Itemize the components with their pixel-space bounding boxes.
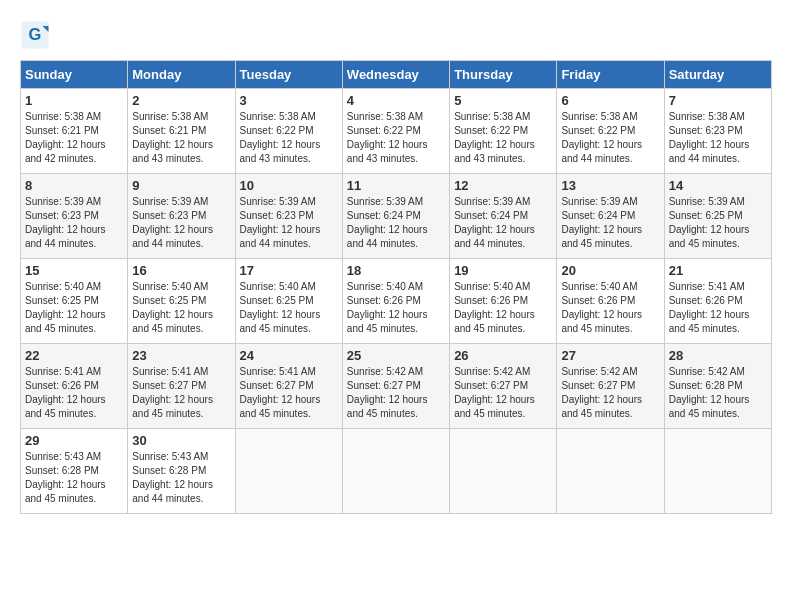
day-number: 19 xyxy=(454,263,552,278)
day-number: 10 xyxy=(240,178,338,193)
calendar-cell: 6Sunrise: 5:38 AMSunset: 6:22 PMDaylight… xyxy=(557,89,664,174)
day-info: Sunrise: 5:38 AMSunset: 6:22 PMDaylight:… xyxy=(561,110,659,166)
day-info: Sunrise: 5:39 AMSunset: 6:23 PMDaylight:… xyxy=(132,195,230,251)
calendar-cell: 30Sunrise: 5:43 AMSunset: 6:28 PMDayligh… xyxy=(128,429,235,514)
svg-text:G: G xyxy=(29,25,42,43)
calendar-cell: 26Sunrise: 5:42 AMSunset: 6:27 PMDayligh… xyxy=(450,344,557,429)
day-number: 17 xyxy=(240,263,338,278)
calendar-cell: 12Sunrise: 5:39 AMSunset: 6:24 PMDayligh… xyxy=(450,174,557,259)
calendar-table: SundayMondayTuesdayWednesdayThursdayFrid… xyxy=(20,60,772,514)
day-info: Sunrise: 5:38 AMSunset: 6:21 PMDaylight:… xyxy=(132,110,230,166)
day-info: Sunrise: 5:38 AMSunset: 6:22 PMDaylight:… xyxy=(347,110,445,166)
calendar-cell: 1Sunrise: 5:38 AMSunset: 6:21 PMDaylight… xyxy=(21,89,128,174)
calendar-cell: 22Sunrise: 5:41 AMSunset: 6:26 PMDayligh… xyxy=(21,344,128,429)
day-info: Sunrise: 5:39 AMSunset: 6:23 PMDaylight:… xyxy=(25,195,123,251)
calendar-cell: 15Sunrise: 5:40 AMSunset: 6:25 PMDayligh… xyxy=(21,259,128,344)
day-number: 27 xyxy=(561,348,659,363)
day-info: Sunrise: 5:40 AMSunset: 6:25 PMDaylight:… xyxy=(240,280,338,336)
column-header-tuesday: Tuesday xyxy=(235,61,342,89)
day-number: 14 xyxy=(669,178,767,193)
day-number: 8 xyxy=(25,178,123,193)
column-header-wednesday: Wednesday xyxy=(342,61,449,89)
day-number: 15 xyxy=(25,263,123,278)
page-header: G xyxy=(20,20,772,50)
day-info: Sunrise: 5:41 AMSunset: 6:26 PMDaylight:… xyxy=(669,280,767,336)
calendar-cell: 4Sunrise: 5:38 AMSunset: 6:22 PMDaylight… xyxy=(342,89,449,174)
calendar-body: 1Sunrise: 5:38 AMSunset: 6:21 PMDaylight… xyxy=(21,89,772,514)
day-info: Sunrise: 5:41 AMSunset: 6:26 PMDaylight:… xyxy=(25,365,123,421)
calendar-week-2: 8Sunrise: 5:39 AMSunset: 6:23 PMDaylight… xyxy=(21,174,772,259)
day-number: 30 xyxy=(132,433,230,448)
day-number: 20 xyxy=(561,263,659,278)
day-number: 11 xyxy=(347,178,445,193)
column-header-monday: Monday xyxy=(128,61,235,89)
day-number: 1 xyxy=(25,93,123,108)
day-info: Sunrise: 5:42 AMSunset: 6:27 PMDaylight:… xyxy=(347,365,445,421)
day-info: Sunrise: 5:38 AMSunset: 6:21 PMDaylight:… xyxy=(25,110,123,166)
day-number: 9 xyxy=(132,178,230,193)
calendar-cell: 20Sunrise: 5:40 AMSunset: 6:26 PMDayligh… xyxy=(557,259,664,344)
column-header-sunday: Sunday xyxy=(21,61,128,89)
day-number: 22 xyxy=(25,348,123,363)
calendar-cell xyxy=(342,429,449,514)
day-info: Sunrise: 5:39 AMSunset: 6:24 PMDaylight:… xyxy=(454,195,552,251)
day-info: Sunrise: 5:39 AMSunset: 6:24 PMDaylight:… xyxy=(347,195,445,251)
calendar-cell: 9Sunrise: 5:39 AMSunset: 6:23 PMDaylight… xyxy=(128,174,235,259)
day-number: 16 xyxy=(132,263,230,278)
day-info: Sunrise: 5:39 AMSunset: 6:24 PMDaylight:… xyxy=(561,195,659,251)
logo: G xyxy=(20,20,54,50)
calendar-cell: 8Sunrise: 5:39 AMSunset: 6:23 PMDaylight… xyxy=(21,174,128,259)
day-info: Sunrise: 5:42 AMSunset: 6:27 PMDaylight:… xyxy=(561,365,659,421)
day-number: 2 xyxy=(132,93,230,108)
calendar-cell: 28Sunrise: 5:42 AMSunset: 6:28 PMDayligh… xyxy=(664,344,771,429)
day-number: 29 xyxy=(25,433,123,448)
day-info: Sunrise: 5:41 AMSunset: 6:27 PMDaylight:… xyxy=(132,365,230,421)
day-number: 25 xyxy=(347,348,445,363)
day-info: Sunrise: 5:40 AMSunset: 6:26 PMDaylight:… xyxy=(454,280,552,336)
calendar-cell: 2Sunrise: 5:38 AMSunset: 6:21 PMDaylight… xyxy=(128,89,235,174)
calendar-cell: 19Sunrise: 5:40 AMSunset: 6:26 PMDayligh… xyxy=(450,259,557,344)
calendar-cell: 25Sunrise: 5:42 AMSunset: 6:27 PMDayligh… xyxy=(342,344,449,429)
day-info: Sunrise: 5:42 AMSunset: 6:28 PMDaylight:… xyxy=(669,365,767,421)
calendar-cell: 23Sunrise: 5:41 AMSunset: 6:27 PMDayligh… xyxy=(128,344,235,429)
day-info: Sunrise: 5:38 AMSunset: 6:22 PMDaylight:… xyxy=(454,110,552,166)
day-number: 6 xyxy=(561,93,659,108)
calendar-cell: 14Sunrise: 5:39 AMSunset: 6:25 PMDayligh… xyxy=(664,174,771,259)
column-header-thursday: Thursday xyxy=(450,61,557,89)
logo-icon: G xyxy=(20,20,50,50)
calendar-cell: 24Sunrise: 5:41 AMSunset: 6:27 PMDayligh… xyxy=(235,344,342,429)
day-info: Sunrise: 5:42 AMSunset: 6:27 PMDaylight:… xyxy=(454,365,552,421)
calendar-cell: 10Sunrise: 5:39 AMSunset: 6:23 PMDayligh… xyxy=(235,174,342,259)
day-info: Sunrise: 5:39 AMSunset: 6:25 PMDaylight:… xyxy=(669,195,767,251)
day-info: Sunrise: 5:39 AMSunset: 6:23 PMDaylight:… xyxy=(240,195,338,251)
day-number: 26 xyxy=(454,348,552,363)
calendar-week-5: 29Sunrise: 5:43 AMSunset: 6:28 PMDayligh… xyxy=(21,429,772,514)
day-number: 24 xyxy=(240,348,338,363)
calendar-cell: 11Sunrise: 5:39 AMSunset: 6:24 PMDayligh… xyxy=(342,174,449,259)
day-info: Sunrise: 5:40 AMSunset: 6:25 PMDaylight:… xyxy=(25,280,123,336)
calendar-cell: 21Sunrise: 5:41 AMSunset: 6:26 PMDayligh… xyxy=(664,259,771,344)
calendar-cell: 29Sunrise: 5:43 AMSunset: 6:28 PMDayligh… xyxy=(21,429,128,514)
calendar-cell: 27Sunrise: 5:42 AMSunset: 6:27 PMDayligh… xyxy=(557,344,664,429)
calendar-cell: 5Sunrise: 5:38 AMSunset: 6:22 PMDaylight… xyxy=(450,89,557,174)
day-info: Sunrise: 5:38 AMSunset: 6:22 PMDaylight:… xyxy=(240,110,338,166)
calendar-header-row: SundayMondayTuesdayWednesdayThursdayFrid… xyxy=(21,61,772,89)
column-header-saturday: Saturday xyxy=(664,61,771,89)
calendar-cell: 16Sunrise: 5:40 AMSunset: 6:25 PMDayligh… xyxy=(128,259,235,344)
column-header-friday: Friday xyxy=(557,61,664,89)
day-info: Sunrise: 5:40 AMSunset: 6:25 PMDaylight:… xyxy=(132,280,230,336)
calendar-cell xyxy=(557,429,664,514)
day-number: 13 xyxy=(561,178,659,193)
day-number: 4 xyxy=(347,93,445,108)
calendar-week-3: 15Sunrise: 5:40 AMSunset: 6:25 PMDayligh… xyxy=(21,259,772,344)
calendar-week-1: 1Sunrise: 5:38 AMSunset: 6:21 PMDaylight… xyxy=(21,89,772,174)
day-info: Sunrise: 5:40 AMSunset: 6:26 PMDaylight:… xyxy=(347,280,445,336)
day-info: Sunrise: 5:43 AMSunset: 6:28 PMDaylight:… xyxy=(25,450,123,506)
day-number: 21 xyxy=(669,263,767,278)
day-number: 12 xyxy=(454,178,552,193)
day-number: 7 xyxy=(669,93,767,108)
calendar-week-4: 22Sunrise: 5:41 AMSunset: 6:26 PMDayligh… xyxy=(21,344,772,429)
calendar-cell xyxy=(664,429,771,514)
day-number: 18 xyxy=(347,263,445,278)
day-info: Sunrise: 5:43 AMSunset: 6:28 PMDaylight:… xyxy=(132,450,230,506)
